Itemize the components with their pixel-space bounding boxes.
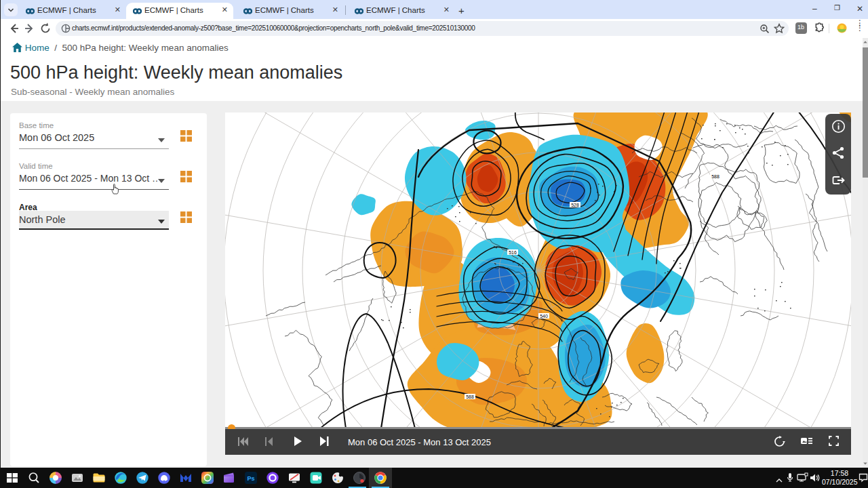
svg-text:528: 528 (571, 203, 579, 207)
svg-text:Ps: Ps (247, 475, 254, 482)
svg-text:588: 588 (711, 174, 719, 179)
svg-text:588: 588 (466, 394, 474, 399)
svg-text:516: 516 (509, 250, 517, 255)
svg-text:540: 540 (540, 314, 548, 319)
